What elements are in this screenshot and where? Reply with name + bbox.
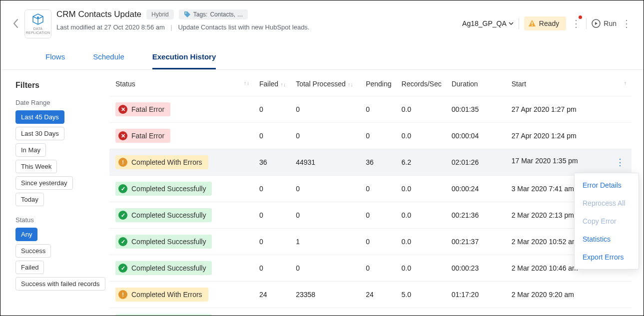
cell-rps: 0.0 [397,176,447,202]
app-icon-label: DATA REPLICATION [25,27,51,34]
filter-date-since-yesterday[interactable]: Since yesterday [15,176,73,190]
tab-execution-history[interactable]: Execution History [152,52,216,69]
menu-item-reprocess-all: Reprocess All [575,194,639,212]
status-text: Fatal Error [131,105,164,113]
cell-duration: 00:21:37 [447,229,507,255]
table-row[interactable]: ✓Completed Successfully0000.000:00:232 M… [109,255,632,282]
svg-rect-3 [532,25,533,26]
agent-label: Ag18_GP_QA [462,19,507,27]
menu-item-error-details[interactable]: Error Details [575,176,639,194]
table-row[interactable]: ✕Fatal Error0000.000:01:3527 Apr 2020 1:… [109,96,632,123]
play-circle-icon [592,19,601,28]
separator [586,18,587,29]
sort-up-icon: ↑ [624,80,627,86]
filter-status-success-with-failed-records[interactable]: Success with failed records [15,277,105,291]
tab-schedule[interactable]: Schedule [93,52,124,69]
cell-duration: 01:00:14 [447,308,507,316]
table-row[interactable]: ✓Completed Successfully0000.000:00:243 M… [109,176,632,202]
tabs: Flows Schedule Execution History [0,38,644,70]
status-icon: ✓ [118,184,127,193]
run-button[interactable]: Run [592,19,617,28]
col-duration[interactable]: Duration [447,80,507,96]
filter-label-date-range: Date Range [15,99,108,106]
run-label: Run [604,19,617,27]
row-menu-button[interactable]: ⋮ [616,157,627,168]
cell-start: 27 Apr 2020 1:24 pm [507,123,632,149]
table-row[interactable]: ✓Completed Successfully0000.000:21:362 M… [109,202,632,229]
menu-item-statistics[interactable]: Statistics [575,230,639,248]
tag-icon [184,11,191,18]
cell-duration: 02:01:26 [447,149,507,176]
cell-duration: 00:01:35 [447,96,507,123]
page-header: DATA REPLICATION CRM Contacts Update Hyb… [0,0,644,38]
tags-chip[interactable]: Tags: Contacts, … [179,9,248,19]
col-start[interactable]: Start↑ [507,80,632,96]
cell-failed: 0 [254,255,291,282]
col-status[interactable]: Status↑↓ [109,80,254,96]
cell-pending: 0 [361,96,396,123]
back-button[interactable] [12,18,18,31]
table-row[interactable]: !Completed With Errors3644931366.202:01:… [109,149,632,176]
cell-duration: 00:00:24 [447,176,507,202]
menu-item-export-errors[interactable]: Export Errors [575,248,639,266]
status-icon: ✓ [118,264,127,273]
agent-dropdown[interactable]: Ag18_GP_QA [462,19,514,27]
filters-panel: Filters Date Range Last 45 DaysLast 30 D… [0,70,108,316]
cell-duration: 00:00:23 [447,255,507,282]
ready-label: Ready [539,19,559,27]
filter-date-today[interactable]: Today [15,193,44,206]
separator [519,18,519,29]
cell-duration: 00:00:04 [447,123,507,149]
cell-rps: 0.0 [397,229,447,255]
cell-total: 0 [291,123,361,149]
filter-date-in-may[interactable]: In May [15,143,46,157]
cell-failed: 0 [254,176,291,202]
status-icon: ✓ [118,211,127,220]
status-text: Completed With Errors [131,291,202,299]
filter-status-failed[interactable]: Failed [15,261,44,274]
cell-start: 27 Apr 2020 1:27 pm [507,96,632,123]
status-text: Completed Successfully [131,185,206,193]
filter-group-date-range: Last 45 DaysLast 30 DaysIn MayThis WeekS… [15,110,108,209]
table-row[interactable]: ✓Completed Successfully064868018.001:00:… [109,308,632,316]
status-icon: ! [118,290,127,299]
table-row[interactable]: !Completed With Errors2423358245.001:17:… [109,282,632,308]
chevron-down-icon [509,22,514,25]
cell-total: 23358 [291,282,361,308]
status-badge: !Completed With Errors [115,155,208,169]
status-text: Fatal Error [131,132,164,140]
cell-failed: 0 [254,96,291,123]
cell-pending: 0 [361,308,396,316]
cell-rps: 0.0 [397,202,447,229]
cell-total: 1 [291,229,361,255]
cell-pending: 0 [361,255,396,282]
filter-date-this-week[interactable]: This Week [15,160,57,173]
more-menu-button[interactable]: ⋮ [622,17,632,29]
filter-label-status: Status [15,216,108,224]
row-context-menu: Error DetailsReprocess AllCopy ErrorStat… [574,173,639,270]
table-row[interactable]: ✕Fatal Error0000.000:00:0427 Apr 2020 1:… [109,123,632,149]
execution-history-table: Status↑↓ Failed↑↓ Total Processed↑↓ Pend… [109,80,632,316]
col-total-processed[interactable]: Total Processed↑↓ [291,80,361,96]
filter-status-success[interactable]: Success [15,244,51,258]
notification-dot-icon [579,15,582,19]
cell-total: 64868 [291,308,361,316]
sort-icon: ↑↓ [348,81,353,87]
cell-failed: 0 [254,123,291,149]
col-failed[interactable]: Failed↑↓ [254,80,291,96]
status-icon: ! [118,158,127,167]
table-row[interactable]: ✓Completed Successfully0100.000:21:372 M… [109,229,632,255]
col-pending[interactable]: Pending [361,80,396,96]
filter-date-last-30-days[interactable]: Last 30 Days [15,127,64,140]
tab-flows[interactable]: Flows [45,52,65,69]
status-icon: ✓ [118,237,127,246]
filter-status-any[interactable]: Any [15,228,37,241]
filter-date-last-45-days[interactable]: Last 45 Days [15,110,64,124]
cell-duration: 01:17:20 [447,282,507,308]
ready-menu-button[interactable]: ⋮ [571,17,581,29]
cell-total: 0 [291,255,361,282]
col-records-sec[interactable]: Records/Sec [397,80,447,96]
sort-icon: ↑↓ [280,81,286,87]
cell-duration: 00:21:36 [447,202,507,229]
cell-rps: 0.0 [397,255,447,282]
